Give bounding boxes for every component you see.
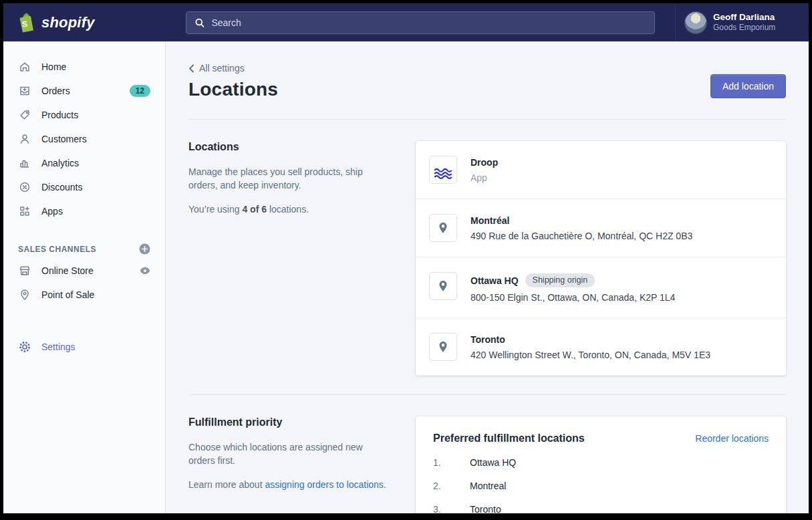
fulfillment-section: Fulfillment priority Choose which locati… xyxy=(188,395,786,513)
location-row-text: Droop App xyxy=(470,156,498,183)
user-menu[interactable]: Geoff Darliana Goods Emporium xyxy=(675,3,809,41)
location-row-montreal[interactable]: Montréal 490 Rue de la Gauchetière O, Mo… xyxy=(416,199,786,257)
app-window: S shopify Geoff Darliana Goods Emporium … xyxy=(0,0,812,520)
reorder-locations-link[interactable]: Reorder locations xyxy=(695,433,769,444)
pos-pin-icon xyxy=(18,288,31,301)
sales-channels-label: SALES CHANNELS xyxy=(18,245,96,254)
page-title: Locations xyxy=(188,79,278,100)
sidebar-item-discounts[interactable]: Discounts xyxy=(3,175,165,199)
search-input[interactable] xyxy=(211,17,646,28)
user-store: Goods Emporium xyxy=(713,23,775,33)
fulfillment-card: Preferred fulfillment locations Reorder … xyxy=(416,416,786,513)
location-row-toronto[interactable]: Toronto 420 Wellington Street W., Toront… xyxy=(416,318,786,376)
search-icon xyxy=(194,17,205,28)
location-name: Droop xyxy=(470,157,498,168)
sidebar-item-apps[interactable]: Apps xyxy=(3,199,165,223)
location-row-ottawa-hq[interactable]: Ottawa HQ Shipping origin 800-150 Elgin … xyxy=(416,257,786,318)
shopify-logo[interactable]: S shopify xyxy=(3,3,166,41)
fulfillment-heading: Fulfillment priority xyxy=(188,416,389,428)
home-icon xyxy=(18,60,31,74)
location-row-droop[interactable]: Droop App xyxy=(416,141,786,199)
top-bar: S shopify Geoff Darliana Goods Emporium xyxy=(3,3,809,41)
locations-usage: You’re using 4 of 6 locations. xyxy=(188,203,389,216)
user-text: Geoff Darliana Goods Emporium xyxy=(713,12,775,33)
apps-grid-icon xyxy=(18,205,31,218)
sales-channels-header: SALES CHANNELS xyxy=(3,239,165,259)
sidebar-item-customers[interactable]: Customers xyxy=(3,127,165,151)
sidebar-item-point-of-sale[interactable]: Point of Sale xyxy=(3,283,165,307)
bar-chart-icon xyxy=(18,156,31,170)
priority-item-3: 3. Toronto xyxy=(433,504,769,513)
page-header: All settings Locations Add location xyxy=(188,63,786,100)
main-content: All settings Locations Add location Loca… xyxy=(166,41,809,513)
percent-icon xyxy=(18,180,31,194)
orders-count-badge: 12 xyxy=(130,85,150,97)
location-name: Ottawa HQ xyxy=(470,275,519,286)
sidebar: Home Orders 12 Products Customers Analyt… xyxy=(3,41,166,513)
location-pin-icon xyxy=(429,272,457,300)
location-address: 490 Rue de la Gauchetière O, Montréal, Q… xyxy=(470,231,692,241)
locations-description: Manage the places you sell products, shi… xyxy=(188,165,389,192)
page-header-left: All settings Locations xyxy=(188,63,278,100)
fulfillment-card-header: Preferred fulfillment locations Reorder … xyxy=(433,432,769,444)
fulfillment-annotation: Fulfillment priority Choose which locati… xyxy=(188,416,389,513)
usage-count: 4 of 6 xyxy=(242,204,267,215)
location-row-text: Montréal 490 Rue de la Gauchetière O, Mo… xyxy=(470,214,692,241)
locations-heading: Locations xyxy=(188,141,389,153)
preferred-locations-heading: Preferred fulfillment locations xyxy=(433,432,585,444)
add-channel-button[interactable] xyxy=(139,243,150,255)
location-subtitle: App xyxy=(470,172,498,183)
locations-section: Locations Manage the places you sell pro… xyxy=(188,120,786,376)
location-row-text: Ottawa HQ Shipping origin 800-150 Elgin … xyxy=(470,272,675,303)
breadcrumb[interactable]: All settings xyxy=(188,63,278,74)
search-box[interactable] xyxy=(186,11,655,34)
location-pin-icon xyxy=(429,214,457,242)
person-icon xyxy=(18,132,31,146)
sidebar-item-analytics[interactable]: Analytics xyxy=(3,151,165,175)
fulfillment-learn-more: Learn more about assigning orders to loc… xyxy=(188,478,389,491)
locations-card: Droop App Montréal 490 Rue de la Gauchet… xyxy=(416,141,786,376)
view-online-store-icon[interactable] xyxy=(140,267,150,275)
search-zone xyxy=(166,3,675,41)
priority-item-2: 2. Montreal xyxy=(433,481,769,491)
tag-icon xyxy=(18,108,31,122)
sidebar-item-orders[interactable]: Orders 12 xyxy=(3,79,165,103)
location-address: 420 Wellington Street W., Toronto, ON, C… xyxy=(470,350,710,360)
svg-text:S: S xyxy=(21,19,27,29)
storefront-icon xyxy=(18,264,31,277)
assigning-orders-link[interactable]: assigning orders to locations. xyxy=(265,479,386,490)
sidebar-item-home[interactable]: Home xyxy=(3,55,165,79)
droop-app-icon xyxy=(429,156,457,184)
chevron-left-icon xyxy=(188,64,194,73)
avatar xyxy=(685,12,706,33)
orders-icon xyxy=(18,84,31,98)
shipping-origin-badge: Shipping origin xyxy=(525,273,595,287)
location-pin-icon xyxy=(429,333,457,361)
fulfillment-description: Choose which locations are assigned new … xyxy=(188,440,389,467)
user-name: Geoff Darliana xyxy=(713,12,775,23)
sidebar-item-products[interactable]: Products xyxy=(3,103,165,127)
add-location-button[interactable]: Add location xyxy=(710,74,786,98)
brand-wordmark: shopify xyxy=(41,14,95,31)
location-name: Toronto xyxy=(470,334,505,345)
shopify-bag-icon: S xyxy=(18,13,35,33)
sidebar-item-settings[interactable]: Settings xyxy=(3,335,165,359)
location-address: 800-150 Elgin St., Ottawa, ON, Canada, K… xyxy=(470,292,675,303)
location-name: Montréal xyxy=(470,215,509,226)
location-row-text: Toronto 420 Wellington Street W., Toront… xyxy=(470,333,710,360)
locations-annotation: Locations Manage the places you sell pro… xyxy=(188,141,389,376)
sidebar-item-online-store[interactable]: Online Store xyxy=(3,259,165,283)
gear-icon xyxy=(18,340,31,354)
priority-item-1: 1. Ottawa HQ xyxy=(433,457,769,468)
